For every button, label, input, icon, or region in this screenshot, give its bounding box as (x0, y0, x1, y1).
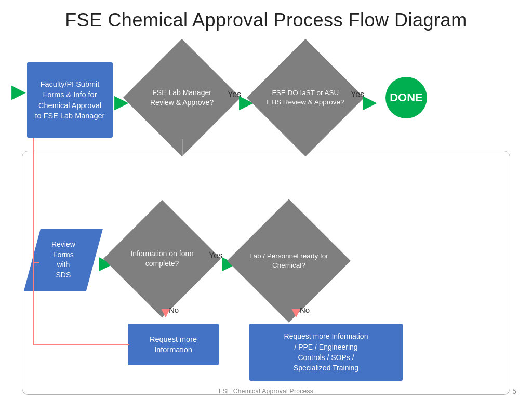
review-forms-box: Review Forms with SDS (24, 229, 103, 291)
footer: FSE Chemical Approval Process 5 (0, 388, 532, 395)
diamond4-wrapper: Lab / Personnel ready for Chemical? (245, 217, 332, 304)
diamond2: FSE DO IaST or ASU EHS Review & Approve? (247, 39, 364, 156)
red-line-vertical (33, 138, 34, 262)
request-more-box: Request more Information / PPE / Enginee… (249, 324, 403, 381)
diamond3-wrapper: Information on form complete? (121, 217, 204, 300)
yes3-label: Yes (209, 251, 222, 260)
diamond1-down-connector (182, 139, 183, 156)
arrow3-icon: ▶ (363, 92, 377, 111)
entry-arrow-icon: ▶ (11, 82, 26, 101)
pink-arrow2-icon: ▼ (289, 305, 303, 320)
done-button: DONE (385, 77, 427, 118)
red-line-right-vert (33, 262, 34, 345)
diamond2-wrapper: FSE DO IaST or ASU EHS Review & Approve? (264, 56, 347, 139)
submit-box: Faculty/PI Submit Forms & Info for Chemi… (27, 62, 113, 138)
diamond1-wrapper: FSE Lab Manager Review & Approve? (140, 56, 223, 139)
footer-page-number: 5 (512, 387, 516, 395)
diamond3: Information on form complete? (103, 200, 221, 317)
red-line-bottom-horiz (33, 344, 129, 345)
page-title: FSE Chemical Approval Process Flow Diagr… (0, 0, 532, 36)
footer-label: FSE Chemical Approval Process (219, 388, 313, 395)
pink-arrow1-icon: ▼ (158, 305, 173, 320)
request-info-box: Request more Information (128, 324, 219, 365)
